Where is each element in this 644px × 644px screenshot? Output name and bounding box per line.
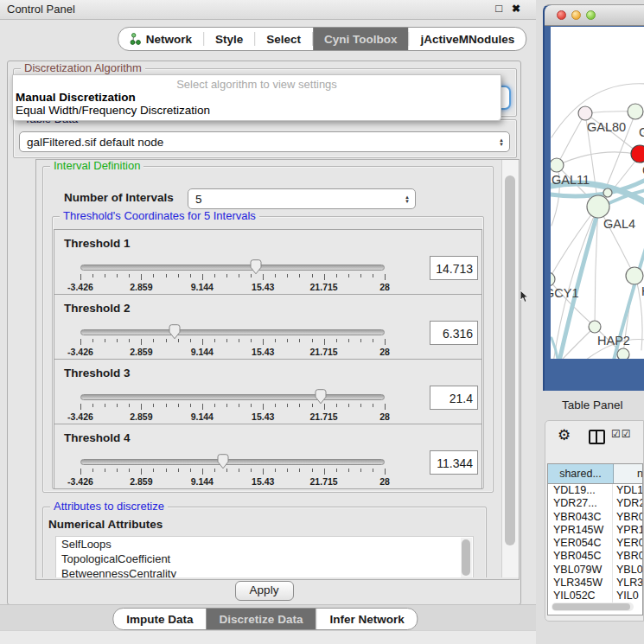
tab-discretize-data[interactable]: Discretize Data xyxy=(207,609,316,629)
slider-thumb[interactable] xyxy=(315,389,328,405)
close-icon[interactable]: ✖ xyxy=(512,3,520,15)
network-graph[interactable]: GAL80GACGAL11GAL4GCY1HHAP2 xyxy=(551,27,644,359)
table-header-row: shared... na xyxy=(548,464,642,484)
tick-mark xyxy=(166,469,167,472)
tick-label: -3.426 xyxy=(67,476,93,487)
settings-vertical-scrollbar[interactable] xyxy=(501,160,519,577)
network-node[interactable] xyxy=(603,188,612,197)
table-row[interactable]: YBR043CYBR0 xyxy=(548,511,642,524)
threshold-slider[interactable]: -3.4262.8599.14415.4321.71528 xyxy=(80,329,385,355)
network-node-gcy1[interactable] xyxy=(551,272,555,286)
thresholds-stack: Threshold 1-3.4262.8599.14415.4321.71528… xyxy=(54,230,482,489)
threshold-row: Threshold 3-3.4262.8599.14415.4321.71528… xyxy=(54,359,482,424)
table-row[interactable]: YBR045CYBR0 xyxy=(548,550,642,563)
tick-mark xyxy=(141,274,142,280)
slider-track[interactable] xyxy=(80,265,385,271)
tick-label: 2.859 xyxy=(130,347,152,357)
tab-jactivemnodules[interactable]: jActiveMNodules xyxy=(410,28,526,50)
slider-track[interactable] xyxy=(80,329,385,335)
tick-label: -3.426 xyxy=(67,282,93,292)
network-node-gal11[interactable] xyxy=(551,158,564,172)
threshold-value-field[interactable]: 6.316 xyxy=(430,321,478,345)
float-icon[interactable]: □ xyxy=(495,2,502,15)
network-node-gal4[interactable] xyxy=(587,195,609,218)
tab-network[interactable]: Network xyxy=(118,28,203,50)
slider-thumb[interactable] xyxy=(217,454,230,469)
gear-icon[interactable]: ⚙ xyxy=(558,426,571,444)
list-item[interactable]: BetweennessCentrality xyxy=(56,566,473,577)
network-node-h[interactable] xyxy=(626,267,643,284)
network-node-c[interactable] xyxy=(631,145,644,163)
tick-mark xyxy=(190,339,191,342)
slider-thumb[interactable] xyxy=(250,259,263,275)
settings-scrollpane: Interval Definition Number of Intervals … xyxy=(35,159,520,580)
column-layout-icon[interactable] xyxy=(589,430,605,444)
algorithm-option-manual-discretization[interactable]: Manual Discretization xyxy=(13,91,501,104)
network-edge[interactable] xyxy=(552,338,558,359)
tick-label: 21.715 xyxy=(310,282,338,292)
network-node-hap2[interactable] xyxy=(589,321,601,333)
tick-mark xyxy=(80,274,81,280)
table-row[interactable]: YPR145WYPR1 xyxy=(548,524,642,537)
table-row[interactable]: YER054CYER0 xyxy=(548,537,642,550)
tab-select[interactable]: Select xyxy=(255,28,312,50)
column-header-name[interactable]: na xyxy=(614,464,642,483)
tick-mark xyxy=(336,274,337,277)
node-table[interactable]: shared... na YDL19...YDL1YDR27...YDR2YBR… xyxy=(547,463,643,615)
tick-mark xyxy=(226,404,227,407)
network-node-ga[interactable] xyxy=(628,104,643,119)
tick-label: -3.426 xyxy=(67,411,93,422)
network-edge[interactable] xyxy=(552,208,599,359)
apply-button[interactable]: Apply xyxy=(235,581,294,601)
table-row[interactable]: YDR27...YDR2 xyxy=(548,497,642,510)
threshold-slider[interactable]: -3.4262.8599.14415.4321.71528 xyxy=(80,265,385,290)
table-data-combobox[interactable]: galFiltered.sif default node ▴▾ xyxy=(19,131,510,152)
tab-infer-network[interactable]: Infer Network xyxy=(316,609,417,629)
tick-mark xyxy=(226,274,227,277)
table-row[interactable]: YBL079WYBL0 xyxy=(548,564,642,577)
tick-label: 21.715 xyxy=(310,411,338,422)
slider-thumb[interactable] xyxy=(169,324,182,340)
network-node[interactable] xyxy=(617,348,629,359)
checkbox-icons[interactable]: ☑☑ xyxy=(611,428,632,440)
numerical-attributes-list[interactable]: SelfLoopsTopologicalCoefficientBetweenne… xyxy=(55,536,474,577)
network-window: GAL80GACGAL11GAL4GCY1HHAP2 xyxy=(543,4,644,391)
tab-impute-data[interactable]: Impute Data xyxy=(113,609,206,629)
threshold-value-field[interactable]: 11.344 xyxy=(430,450,478,475)
slider-track[interactable] xyxy=(80,459,385,465)
tick-mark xyxy=(105,469,105,472)
network-edge[interactable] xyxy=(558,152,640,165)
thresholds-title: Threshold's Coordinates for 5 Intervals xyxy=(60,210,259,222)
tick-mark xyxy=(287,339,288,342)
table-row[interactable]: YIL052CYIL0 xyxy=(548,590,642,603)
tick-mark xyxy=(312,274,313,277)
table-horizontal-scrollbar[interactable] xyxy=(552,603,634,611)
list-item[interactable]: SelfLoops xyxy=(56,537,473,552)
close-traffic-light-icon[interactable] xyxy=(557,10,566,20)
threshold-slider[interactable]: -3.4262.8599.14415.4321.71528 xyxy=(80,459,385,485)
tab-cyni-toolbox[interactable]: Cyni Toolbox xyxy=(313,28,409,50)
tab-style[interactable]: Style xyxy=(204,28,254,50)
threshold-value-field[interactable]: 21.4 xyxy=(430,386,478,410)
table-row[interactable]: YDL19...YDL1 xyxy=(548,484,642,497)
threshold-slider[interactable]: -3.4262.8599.14415.4321.71528 xyxy=(80,394,385,420)
table-row[interactable]: YLR345WYLR3 xyxy=(548,577,642,590)
column-header-shared-name[interactable]: shared... xyxy=(548,464,614,483)
network-edge[interactable] xyxy=(552,327,595,359)
threshold-value-field[interactable]: 14.713 xyxy=(430,256,478,280)
list-item[interactable]: TopologicalCoefficient xyxy=(56,552,473,566)
network-node-gal80[interactable] xyxy=(578,106,592,120)
minimize-traffic-light-icon[interactable] xyxy=(571,10,581,20)
number-of-intervals-combobox[interactable]: 5 ▴▾ xyxy=(188,188,416,209)
tick-mark xyxy=(129,404,130,407)
interval-definition-group: Interval Definition Number of Intervals … xyxy=(42,166,494,493)
attributes-scrollbar[interactable] xyxy=(461,538,472,577)
network-window-titlebar[interactable] xyxy=(545,5,644,26)
zoom-traffic-light-icon[interactable] xyxy=(586,10,596,20)
network-canvas[interactable]: GAL80GACGAL11GAL4GCY1HHAP2 xyxy=(551,27,644,359)
tick-mark xyxy=(178,404,179,407)
algorithm-option-equal-width-frequency-discretization[interactable]: Equal Width/Frequency Discretization xyxy=(13,104,501,117)
cell-name: YDR2 xyxy=(613,497,642,510)
top-tab-bar: NetworkStyleSelectCyni ToolboxjActiveMNo… xyxy=(118,27,527,51)
slider-track[interactable] xyxy=(80,394,385,400)
